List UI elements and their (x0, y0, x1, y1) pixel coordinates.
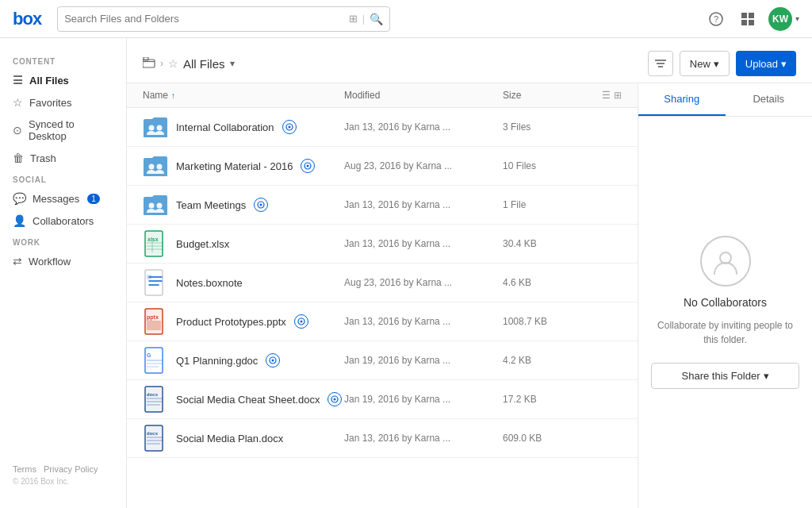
file-icon-5 (143, 270, 168, 295)
sidebar-footer: Terms Privacy Policy © 2016 Box Inc. (0, 455, 126, 495)
tab-details[interactable]: Details (726, 83, 813, 116)
svg-rect-33 (145, 270, 163, 295)
svg-rect-7 (144, 57, 148, 60)
file-size: 4.6 KB (503, 277, 582, 288)
table-row[interactable]: xlsx Budget.xlsx Jan 13, 2016 by Karna .… (127, 225, 638, 264)
table-row[interactable]: pptx Product Prototypes.pptx Jan 13, 201… (127, 302, 638, 341)
file-area: Name ↑ Modified Size ☰ ⊞ (127, 83, 812, 508)
search-input[interactable] (64, 13, 349, 25)
copyright: © 2016 Box Inc. (13, 477, 113, 486)
grid-view-icon[interactable]: ⊞ (614, 90, 622, 101)
content-header: › ☆ All Files ▾ New ▾ Upload ▾ (127, 38, 812, 83)
svg-point-40 (300, 321, 302, 323)
file-size: 17.2 KB (503, 394, 582, 405)
file-name-cell: Product Prototypes.pptx (176, 314, 344, 329)
file-size: 609.0 KB (503, 433, 582, 444)
svg-text:xlsx: xlsx (147, 237, 159, 242)
file-modified: Jan 13, 2016 by Karna ... (344, 316, 503, 327)
sidebar-section-label: CONTENT (0, 51, 126, 69)
svg-point-23 (157, 203, 163, 209)
svg-text:pptx: pptx (147, 314, 159, 321)
svg-text:G: G (147, 352, 151, 358)
file-modified: Aug 23, 2016 by Karna ... (344, 160, 503, 171)
list-view-icon[interactable]: ☰ (602, 90, 611, 101)
sidebar-item-trash[interactable]: 🗑 Trash (0, 147, 126, 169)
search-bar[interactable]: ⊞ | 🔍 (57, 6, 390, 32)
divider: | (362, 13, 365, 25)
filter-button[interactable] (648, 51, 673, 76)
file-icon-2 (143, 153, 168, 179)
tab-sharing[interactable]: Sharing (638, 83, 726, 116)
user-avatar-dropdown[interactable]: KW ▾ (768, 7, 799, 31)
share-folder-arrow: ▾ (764, 370, 769, 382)
sidebar-item-messages[interactable]: 💬 Messages 1 (0, 187, 126, 210)
file-name: Team Meetings (176, 199, 246, 211)
sidebar-item-synced[interactable]: ⊙ Synced to Desktop (0, 114, 126, 147)
share-folder-button[interactable]: Share this Folder ▾ (651, 363, 799, 389)
col-name-header[interactable]: Name ↑ (143, 90, 344, 101)
file-modified: Jan 13, 2016 by Karna ... (344, 433, 503, 444)
layout-icon[interactable] (737, 8, 759, 30)
col-size-header[interactable]: Size (503, 90, 582, 101)
svg-text:docx: docx (147, 431, 159, 436)
upload-button[interactable]: Upload ▾ (736, 51, 796, 76)
avatar: KW (768, 7, 792, 31)
table-row[interactable]: docx Social Media Plan.docx Jan 13, 2016… (127, 419, 638, 458)
shared-icon (301, 159, 315, 173)
search-icons: ⊞ | 🔍 (349, 13, 383, 25)
terms-link[interactable]: Terms (13, 464, 36, 474)
breadcrumb-star[interactable]: ☆ (168, 57, 178, 70)
file-icon-3 (143, 192, 168, 217)
no-collaborator-avatar (700, 236, 751, 287)
sidebar-item-favorites[interactable]: ☆ Favorites (0, 91, 126, 114)
file-list-header: Name ↑ Modified Size ☰ ⊞ (127, 83, 638, 108)
shared-icon (294, 314, 308, 329)
svg-rect-4 (741, 20, 747, 25)
shared-icon (254, 198, 268, 212)
workflow-icon: ⇄ (13, 255, 22, 267)
table-row[interactable]: Marketing Material - 2016 Aug 23, 2016 b… (127, 147, 638, 186)
sidebar-item-all-files[interactable]: ☰ All Files (0, 69, 126, 91)
file-icon-6: pptx (143, 309, 168, 334)
col-modified-header[interactable]: Modified (344, 90, 503, 101)
file-name-cell: Marketing Material - 2016 (176, 159, 344, 173)
synced-icon: ⊙ (13, 124, 22, 137)
share-folder-label: Share this Folder (682, 370, 760, 382)
svg-point-13 (157, 125, 163, 131)
file-modified: Aug 23, 2016 by Karna ... (344, 277, 503, 288)
file-name-cell: Internal Collaboration (176, 120, 344, 134)
file-name-cell: Q1 Planning.gdoc (176, 353, 344, 368)
svg-point-12 (149, 125, 155, 131)
file-icon-4: xlsx (143, 231, 168, 256)
folder-home-icon[interactable] (143, 57, 155, 71)
sidebar-item-workflow[interactable]: ⇄ Workflow (0, 250, 126, 272)
new-button[interactable]: New ▾ (680, 51, 730, 76)
sidebar-label-messages: Messages (33, 193, 79, 205)
table-row[interactable]: Notes.boxnote Aug 23, 2016 by Karna ... … (127, 264, 638, 302)
svg-rect-57 (145, 425, 163, 451)
file-name-cell: Team Meetings (176, 198, 344, 212)
file-size: 30.4 KB (503, 238, 582, 249)
file-list: Name ↑ Modified Size ☰ ⊞ (127, 83, 638, 508)
table-row[interactable]: Internal Collaboration Jan 13, 2016 by K… (127, 108, 638, 147)
file-name-cell: Notes.boxnote (176, 277, 344, 289)
svg-rect-3 (749, 13, 754, 18)
sidebar-label-favorites: Favorites (29, 97, 71, 109)
file-size: 1 File (503, 199, 582, 210)
breadcrumb-dropdown[interactable]: ▾ (230, 58, 235, 69)
table-row[interactable]: G Q1 Planning.gdoc Jan 19, 2016 by Karna… (127, 341, 638, 380)
sort-arrow: ↑ (171, 91, 175, 100)
table-row[interactable]: docx Social Media Cheat Sheet.docx Jan 1… (127, 380, 638, 419)
upload-label: Upload (745, 58, 778, 70)
new-arrow: ▾ (714, 58, 719, 70)
file-modified: Jan 19, 2016 by Karna ... (344, 355, 503, 366)
svg-point-25 (260, 204, 262, 206)
filter-icon[interactable]: ⊞ (349, 13, 358, 25)
topnav: box ⊞ | 🔍 ? KW ▾ (0, 0, 812, 38)
search-icon[interactable]: 🔍 (370, 13, 383, 25)
sidebar-item-collaborators[interactable]: 👤 Collaborators (0, 210, 126, 232)
logo: box (13, 9, 41, 29)
help-icon[interactable]: ? (705, 8, 727, 30)
privacy-link[interactable]: Privacy Policy (44, 464, 98, 474)
table-row[interactable]: Team Meetings Jan 13, 2016 by Karna ... … (127, 186, 638, 225)
